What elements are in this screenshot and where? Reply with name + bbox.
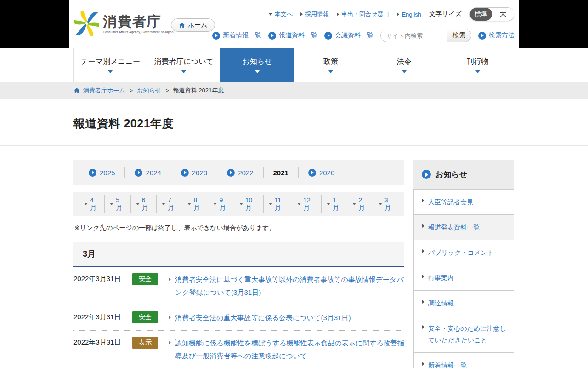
sidebar-header: お知らせ bbox=[413, 160, 514, 189]
quick-link[interactable]: 報道資料一覧 bbox=[268, 31, 317, 40]
header: 消費者庁 Consumer Affairs Agency, Government… bbox=[69, 0, 519, 48]
nav-tab[interactable]: 法令 bbox=[367, 48, 441, 82]
sidebar-item[interactable]: パブリック・コメント bbox=[414, 240, 514, 265]
quick-link[interactable]: 新着情報一覧 bbox=[212, 31, 261, 40]
month-tab-label: 5月 bbox=[116, 196, 125, 212]
breadcrumb-item[interactable]: 報道資料 2021年度 bbox=[161, 86, 224, 95]
triangle-right-icon bbox=[169, 277, 171, 281]
sidebar-item-label: 新着情報一覧 bbox=[428, 360, 467, 368]
nav-tab[interactable]: 政策 bbox=[294, 48, 367, 82]
breadcrumb-item[interactable]: 消費者庁ホーム bbox=[83, 86, 125, 95]
sidebar-item-label: 大臣等記者会見 bbox=[428, 196, 473, 208]
sidebar-item[interactable]: 報道発表資料一覧 bbox=[414, 214, 514, 240]
search-button[interactable]: 検索 bbox=[447, 29, 471, 42]
sidebar-item-label: 調達情報 bbox=[428, 298, 454, 309]
note-text: ※リンク先のページの一部は終了し、表示できない場合があります。 bbox=[74, 224, 403, 232]
breadcrumb-label: お知らせ bbox=[137, 86, 161, 95]
circle-arrow-icon bbox=[89, 169, 96, 177]
news-list: 2022年3月31日 安全 消費者安全法に基づく重大事故等以外の消費者事故等の事… bbox=[74, 267, 404, 368]
arrow-marker-icon bbox=[269, 13, 272, 16]
circle-arrow-icon bbox=[478, 32, 486, 40]
news-title: 消費者安全法の重大事故等に係る公表について(3月31日) bbox=[175, 311, 351, 324]
main-nav-band: テーマ別メニュー 消費者庁について お知らせ 政策 法令 bbox=[0, 48, 588, 82]
page-title: 報道資料 2021年度 bbox=[74, 116, 514, 131]
year-tab[interactable]: 2022 bbox=[217, 167, 263, 178]
month-tab[interactable]: 9月 bbox=[208, 195, 234, 213]
year-tab[interactable]: 2025 bbox=[79, 167, 125, 178]
breadcrumb-item[interactable]: お知らせ bbox=[125, 86, 162, 95]
triangle-right-icon bbox=[422, 199, 424, 202]
circle-arrow-icon bbox=[422, 170, 431, 179]
sidebar-item[interactable]: 大臣等記者会見 bbox=[414, 189, 514, 214]
month-tab[interactable]: 3月 bbox=[373, 195, 399, 213]
news-date: 2022年3月31日 bbox=[74, 273, 132, 283]
quick-link[interactable]: 会議資料一覧 bbox=[324, 31, 373, 40]
agency-name: 消費者庁 bbox=[103, 14, 174, 29]
circle-arrow-icon bbox=[308, 169, 316, 177]
triangle-down-icon bbox=[269, 203, 272, 205]
year-tab-label: 2020 bbox=[319, 169, 334, 177]
nav-tab[interactable]: 刊行物 bbox=[441, 48, 514, 82]
month-tab-label: 12月 bbox=[303, 196, 316, 212]
news-link[interactable]: 認知機能に係る機能性を標ぼうする機能性表示食品の表示に関する改善指導及び一般消費… bbox=[169, 337, 404, 362]
circle-arrow-icon bbox=[181, 169, 189, 177]
utility-link[interactable]: 採用情報 bbox=[300, 10, 329, 18]
sidebar-item-label: パブリック・コメント bbox=[428, 247, 494, 259]
utility-link[interactable]: 申出・問合せ窓口 bbox=[337, 10, 389, 18]
month-tab[interactable]: 12月 bbox=[292, 195, 322, 213]
circle-arrow-icon bbox=[135, 169, 142, 177]
news-title: 認知機能に係る機能性を標ぼうする機能性表示食品の表示に関する改善指導及び一般消費… bbox=[175, 337, 404, 362]
breadcrumb-home-icon[interactable] bbox=[74, 87, 80, 94]
agency-logo[interactable]: 消費者庁 Consumer Affairs Agency, Government… bbox=[74, 11, 174, 36]
nav-tab[interactable]: 消費者庁について bbox=[147, 48, 220, 82]
year-tab[interactable]: 2021 bbox=[264, 167, 299, 178]
search-input[interactable] bbox=[381, 29, 447, 42]
sidebar-heading: お知らせ bbox=[435, 169, 467, 180]
sidebar-item[interactable]: 新着情報一覧 bbox=[414, 352, 514, 368]
year-tab[interactable]: 2024 bbox=[125, 167, 171, 178]
font-size-option-button[interactable]: 大 bbox=[492, 8, 514, 21]
year-tab[interactable]: 2020 bbox=[299, 167, 344, 178]
month-tab[interactable]: 10月 bbox=[234, 195, 264, 213]
sidebar-item[interactable]: 調達情報 bbox=[414, 290, 514, 316]
triangle-down-icon bbox=[352, 203, 356, 205]
agency-name-block: 消費者庁 Consumer Affairs Agency, Government… bbox=[103, 14, 174, 34]
home-button-label: ホーム bbox=[188, 21, 208, 29]
month-tab[interactable]: 6月 bbox=[131, 195, 157, 213]
nav-tab-label: 刊行物 bbox=[467, 57, 489, 67]
triangle-down-icon bbox=[162, 203, 165, 205]
triangle-right-icon bbox=[422, 300, 424, 304]
category-badge: 表示 bbox=[132, 337, 158, 349]
news-link[interactable]: 消費者安全法に基づく重大事故等以外の消費者事故等の事故情報データバンク登録につい… bbox=[169, 273, 404, 299]
month-tab[interactable]: 11月 bbox=[264, 195, 293, 213]
sidebar-item[interactable]: 安全・安心のために注意していただきたいこと bbox=[414, 316, 514, 352]
news-link[interactable]: 消費者安全法の重大事故等に係る公表について(3月31日) bbox=[169, 311, 404, 324]
month-tab[interactable]: 5月 bbox=[105, 195, 130, 213]
news-date: 2022年3月31日 bbox=[74, 337, 132, 347]
month-tab[interactable]: 1月 bbox=[322, 195, 347, 213]
month-tab[interactable]: 8月 bbox=[182, 195, 208, 213]
month-tab[interactable]: 4月 bbox=[79, 195, 105, 213]
utility-link-label: 採用情報 bbox=[305, 10, 329, 18]
main-nav: テーマ別メニュー 消費者庁について お知らせ 政策 法令 bbox=[74, 48, 514, 82]
month-tab-label: 6月 bbox=[142, 196, 151, 212]
circle-arrow-icon bbox=[324, 32, 332, 40]
utility-link[interactable]: English bbox=[397, 11, 421, 18]
font-size-option-button[interactable]: 標準 bbox=[470, 8, 492, 21]
month-tab[interactable]: 2月 bbox=[347, 195, 373, 213]
sidebar-item[interactable]: 行事案内 bbox=[414, 265, 514, 290]
month-tab[interactable]: 7月 bbox=[157, 195, 182, 213]
nav-tab[interactable]: テーマ別メニュー bbox=[74, 48, 147, 82]
breadcrumb-band: 消費者庁ホーム お知らせ 報道資料 2021年度 bbox=[0, 82, 588, 99]
home-button[interactable]: ホーム bbox=[171, 18, 215, 32]
year-tab[interactable]: 2023 bbox=[171, 167, 217, 178]
nav-tab[interactable]: お知らせ bbox=[220, 48, 294, 82]
chevron-down-icon bbox=[255, 70, 260, 73]
utility-link[interactable]: 本文へ bbox=[269, 10, 293, 18]
arrow-marker-icon bbox=[300, 12, 303, 16]
circle-arrow-icon bbox=[227, 169, 235, 177]
site-search: 検索 bbox=[380, 29, 471, 42]
arrow-marker-icon bbox=[397, 12, 399, 16]
search-help-link[interactable]: 検索方法 bbox=[478, 31, 514, 40]
agency-name-en: Consumer Affairs Agency, Government of J… bbox=[103, 30, 174, 34]
